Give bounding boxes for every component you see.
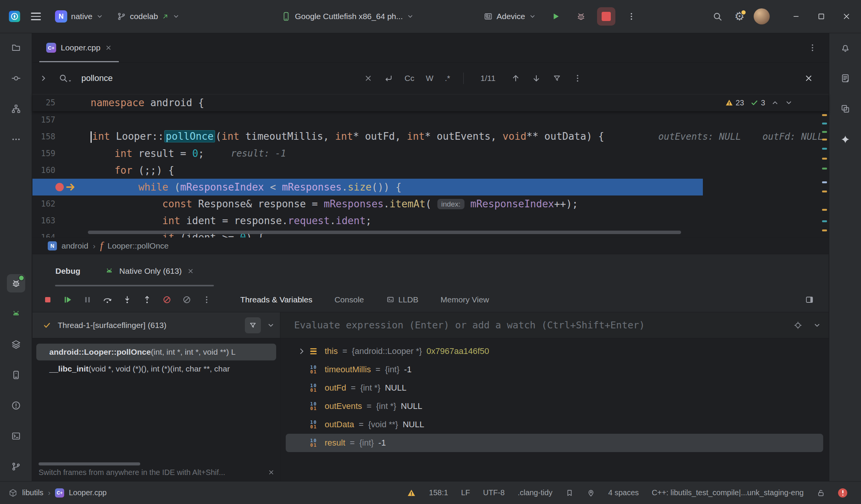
thread-dropdown-icon[interactable] bbox=[267, 321, 275, 329]
profile-button[interactable] bbox=[753, 7, 771, 26]
resume-button[interactable] bbox=[60, 292, 75, 307]
line-number[interactable]: 160 bbox=[32, 166, 55, 175]
search-mode-icon[interactable] bbox=[58, 73, 72, 83]
inspections-widget[interactable]: 23 3 bbox=[725, 94, 793, 111]
stripe-mark[interactable] bbox=[822, 168, 827, 170]
next-problem-icon[interactable] bbox=[785, 99, 793, 107]
step-out-button[interactable] bbox=[139, 292, 155, 307]
mute-breakpoints-button[interactable] bbox=[159, 292, 175, 307]
variable-row[interactable]: 1001result={int}-1 bbox=[286, 434, 823, 452]
code-lines[interactable]: 157158int Looper::pollOnce(int timeoutMi… bbox=[32, 111, 829, 237]
match-case-toggle[interactable]: Cc bbox=[405, 74, 414, 83]
device-selector[interactable]: Google Cuttlefish x86_64 ph... bbox=[277, 7, 418, 26]
stop-session-button[interactable] bbox=[40, 292, 55, 307]
step-over-button[interactable] bbox=[100, 292, 115, 307]
expand-search-icon[interactable] bbox=[39, 74, 48, 82]
line-number[interactable]: 158 bbox=[32, 132, 55, 141]
next-match-icon[interactable] bbox=[532, 74, 541, 83]
breadcrumb-namespace[interactable]: android bbox=[62, 241, 88, 250]
analyzer-status[interactable]: .clang-tidy bbox=[518, 488, 552, 497]
sidebar-item-structure[interactable] bbox=[7, 100, 25, 118]
sidebar-item-app-inspection[interactable] bbox=[7, 335, 25, 354]
stripe-mark[interactable] bbox=[822, 114, 827, 116]
variable-row[interactable]: 1001outData={void **}NULL bbox=[280, 415, 829, 434]
editor-horizontal-scrollbar[interactable] bbox=[88, 231, 681, 234]
tab-close-icon[interactable] bbox=[105, 44, 112, 51]
step-into-button[interactable] bbox=[120, 292, 135, 307]
debug-tool-label[interactable]: Debug bbox=[55, 267, 80, 276]
indent-setting[interactable]: 4 spaces bbox=[608, 488, 639, 497]
status-module[interactable]: libutils bbox=[22, 488, 44, 497]
debug-tab-console[interactable]: Console bbox=[335, 295, 364, 304]
debug-tab-lldb[interactable]: LLDB bbox=[386, 295, 419, 304]
debug-tab-memory-view[interactable]: Memory View bbox=[440, 295, 489, 304]
debug-options-icon[interactable] bbox=[199, 292, 214, 307]
stripe-mark[interactable] bbox=[822, 220, 827, 222]
pause-button[interactable] bbox=[80, 292, 95, 307]
sidebar-item-device-explorer[interactable] bbox=[836, 100, 855, 118]
whole-words-toggle[interactable]: W bbox=[426, 74, 434, 83]
stripe-mark[interactable] bbox=[822, 181, 827, 183]
gutter-icons[interactable] bbox=[55, 181, 91, 193]
vcs-widget[interactable]: codelab bbox=[113, 7, 183, 26]
sidebar-item-debug[interactable] bbox=[7, 274, 25, 292]
main-menu-button[interactable] bbox=[27, 7, 45, 26]
filter-threads-button[interactable] bbox=[245, 317, 261, 333]
variable-row[interactable]: 1001outEvents={int *}NULL bbox=[280, 397, 829, 415]
line-number[interactable]: 163 bbox=[32, 216, 55, 225]
stripe-mark[interactable] bbox=[822, 139, 827, 141]
stripe-mark[interactable] bbox=[822, 229, 827, 231]
regex-toggle[interactable]: .* bbox=[445, 74, 450, 83]
newline-icon[interactable] bbox=[384, 74, 393, 83]
project-widget[interactable]: N native bbox=[51, 7, 107, 26]
editor-tab-looper[interactable]: C+ Looper.cpp bbox=[39, 33, 120, 62]
evaluate-input[interactable]: Evaluate expression (Enter) or add a wat… bbox=[294, 320, 783, 331]
window-minimize-button[interactable] bbox=[785, 7, 807, 26]
line-number[interactable]: 157 bbox=[32, 115, 55, 124]
stripe-mark[interactable] bbox=[822, 209, 827, 211]
sidebar-item-version-control[interactable] bbox=[7, 457, 25, 476]
debug-session-tab[interactable]: Native Only (613) bbox=[105, 267, 194, 276]
status-warning-icon[interactable] bbox=[407, 488, 416, 498]
toolchain-label[interactable]: C++: libutils_test_compile|...unk_stagin… bbox=[652, 488, 804, 497]
stripe-mark[interactable] bbox=[822, 131, 827, 133]
expand-chevron-icon[interactable] bbox=[297, 347, 310, 356]
variable-row[interactable]: 1001outFd={int *}NULL bbox=[280, 379, 829, 397]
filter-search-icon[interactable] bbox=[552, 74, 562, 83]
stop-button[interactable] bbox=[597, 7, 615, 26]
sidebar-item-project[interactable] bbox=[7, 39, 25, 57]
window-close-button[interactable] bbox=[836, 7, 857, 26]
unlock-icon[interactable] bbox=[817, 489, 825, 497]
previous-match-icon[interactable] bbox=[511, 74, 520, 83]
status-file[interactable]: Looper.cpp bbox=[69, 488, 107, 497]
line-number[interactable]: 162 bbox=[32, 199, 55, 208]
code-editor[interactable]: 25 namespace android { 23 3 157158in bbox=[32, 94, 829, 237]
tab-options-icon[interactable] bbox=[808, 43, 817, 52]
close-search-icon[interactable] bbox=[804, 74, 813, 83]
debug-tab-threads-variables[interactable]: Threads & Variables bbox=[240, 295, 312, 304]
disable-breakpoints-button[interactable] bbox=[179, 292, 194, 307]
sidebar-item-terminal[interactable] bbox=[7, 427, 25, 445]
highlighting-level-icon[interactable] bbox=[587, 489, 595, 497]
sidebar-item-problems[interactable] bbox=[7, 396, 25, 415]
search-everywhere-button[interactable] bbox=[708, 7, 727, 26]
line-separator[interactable]: LF bbox=[461, 488, 470, 497]
variable-row[interactable]: 1001timeoutMillis={int}-1 bbox=[280, 360, 829, 379]
sidebar-item-assistant[interactable] bbox=[836, 69, 855, 87]
stripe-mark[interactable] bbox=[822, 123, 827, 124]
caret-position[interactable]: 158:1 bbox=[429, 488, 448, 497]
window-maximize-button[interactable] bbox=[811, 7, 832, 26]
stack-frame[interactable]: android::Looper::pollOnce(int, int *, in… bbox=[36, 344, 276, 360]
sidebar-item-gemini[interactable] bbox=[836, 130, 855, 149]
add-watch-icon[interactable] bbox=[793, 321, 803, 330]
session-close-icon[interactable] bbox=[187, 268, 194, 275]
layout-settings-button[interactable] bbox=[802, 292, 817, 307]
sidebar-item-device-manager[interactable] bbox=[7, 366, 25, 384]
search-input[interactable]: pollonce bbox=[81, 73, 353, 83]
search-options-icon[interactable] bbox=[573, 74, 582, 83]
line-number[interactable]: 159 bbox=[32, 149, 55, 158]
breadcrumb-function[interactable]: Looper::pollOnce bbox=[108, 241, 169, 250]
bookmark-icon[interactable] bbox=[565, 489, 574, 497]
evaluate-dropdown-icon[interactable] bbox=[813, 321, 821, 329]
sidebar-item-notifications[interactable] bbox=[836, 39, 855, 57]
